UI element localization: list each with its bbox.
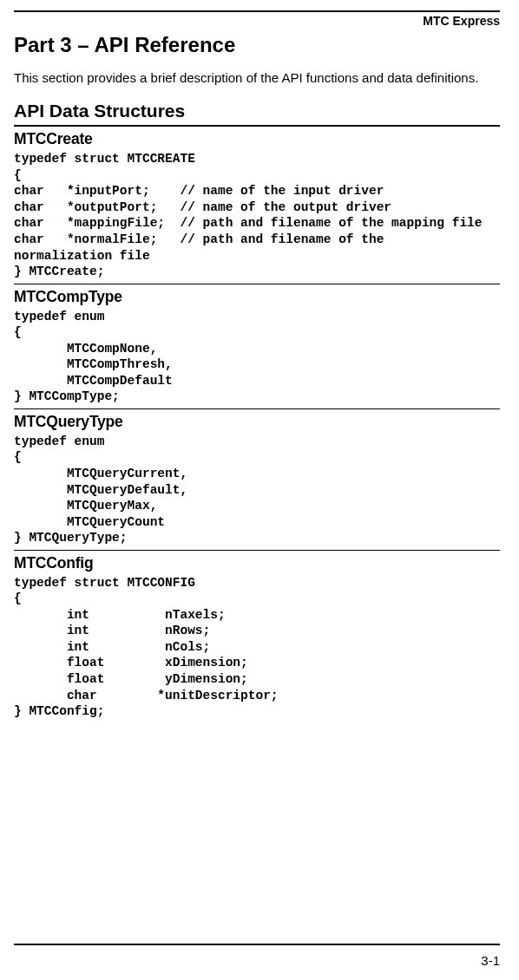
struct-mtcquerytype: MTCQueryType typedef enum { MTCQueryCurr… [14,413,500,546]
page-number: 3-1 [481,953,500,968]
part-title: Part 3 – API Reference [14,33,500,57]
struct-mtccreate-title: MTCCreate [14,130,500,148]
struct-mtcquerytype-title: MTCQueryType [14,413,500,431]
struct-mtcconfig-code: typedef struct MTCCONFIG { int nTaxels; … [14,575,500,720]
divider [14,284,500,284]
struct-mtccreate: MTCCreate typedef struct MTCCREATE { cha… [14,130,500,279]
divider [14,550,500,551]
footer-rule [14,944,500,945]
struct-mtcconfig-title: MTCConfig [14,554,500,572]
intro-text: This section provides a brief descriptio… [14,69,500,87]
section-title: API Data Structures [14,101,500,121]
struct-mtcconfig: MTCConfig typedef struct MTCCONFIG { int… [14,554,500,720]
struct-mtccreate-code: typedef struct MTCCREATE { char *inputPo… [14,151,500,279]
header-title: MTC Express [14,14,500,28]
section-rule [14,125,500,127]
divider [14,408,500,409]
struct-mtccomptype-code: typedef enum { MTCCompNone, MTCCompThres… [14,309,500,405]
header-rule [14,10,500,12]
struct-mtccomptype: MTCCompType typedef enum { MTCCompNone, … [14,288,500,405]
struct-mtcquerytype-code: typedef enum { MTCQueryCurrent, MTCQuery… [14,434,500,546]
struct-mtccomptype-title: MTCCompType [14,288,500,306]
